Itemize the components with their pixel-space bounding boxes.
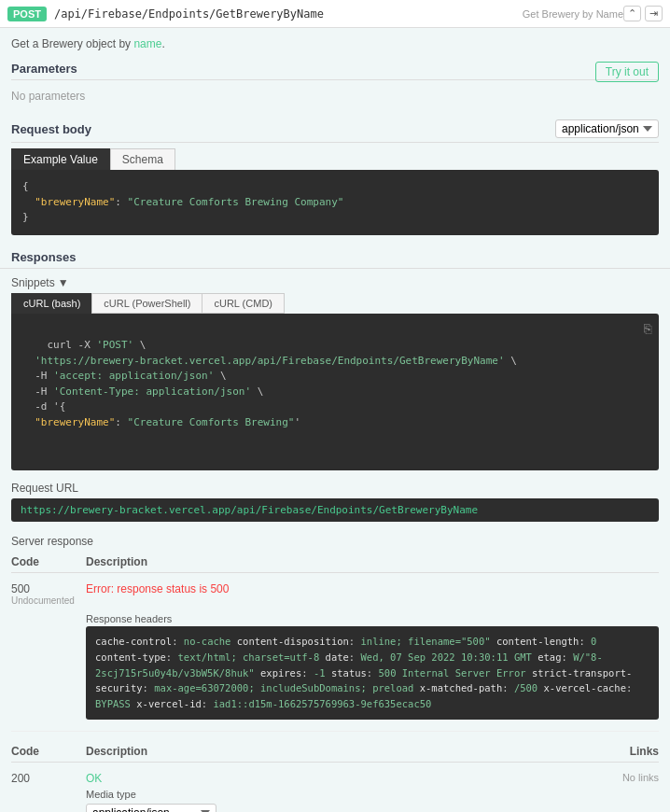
response-row-500-main: 500 Undocumented Error: response status … (11, 577, 659, 609)
expand-button[interactable]: ⇥ (645, 6, 663, 21)
snippets-section: Snippets ▼ cURL (bash) cURL (PowerShell)… (0, 273, 670, 477)
tab-curl-cmd[interactable]: cURL (CMD) (202, 293, 285, 314)
code-header: Code (11, 555, 86, 568)
resp-desc-header: Description (86, 745, 603, 758)
snippet-tabs: cURL (bash) cURL (PowerShell) cURL (CMD) (11, 293, 659, 314)
no-parameters-text: No parameters (11, 86, 659, 106)
top-bar: POST /api/Firebase/Endpoints/GetBreweryB… (0, 0, 670, 28)
response-headers-box: cache-control: no-cache content-disposit… (86, 626, 659, 720)
request-url-value: https://brewery-bracket.vercel.app/api/F… (11, 498, 659, 522)
media-type-label: Media type (86, 789, 659, 800)
copy-icon[interactable]: ⎘ (644, 319, 651, 339)
top-bar-actions: ⌃ ⇥ (623, 6, 663, 21)
description-text: Get a Brewery object by (11, 37, 133, 50)
response-row-500: 500 Undocumented Error: response status … (11, 573, 659, 732)
response-row-200: 200 OK No links Media type application/j… (11, 763, 659, 812)
server-response-label: Server response (0, 529, 670, 552)
request-body-code: { "breweryName": "Creature Comforts Brew… (11, 170, 659, 235)
resp-doc-header: Code Description Links (11, 741, 659, 763)
undocumented-label: Undocumented (11, 595, 86, 606)
request-body-header: Request body application/json (11, 114, 659, 143)
snippet-code-block: curl -X 'POST' \ 'https://brewery-bracke… (11, 314, 659, 471)
response-table: Code Description 500 Undocumented Error:… (0, 552, 670, 737)
tab-curl-bash[interactable]: cURL (bash) (11, 293, 92, 314)
responses-header: Responses (0, 243, 670, 269)
no-links-label: No links (603, 772, 659, 783)
parameters-title: Try it out Parameters (11, 56, 659, 80)
request-body-title: Request body (11, 122, 91, 136)
description-link[interactable]: name (133, 37, 161, 50)
tab-curl-powershell[interactable]: cURL (PowerShell) (91, 293, 202, 314)
response-table-header: Code Description (11, 552, 659, 573)
status-code-200: 200 (11, 772, 86, 785)
media-type-row: Media type application/json (86, 789, 659, 812)
snippets-toggle[interactable]: Snippets ▼ (11, 276, 69, 289)
status-code-500: 500 Undocumented (11, 582, 86, 606)
ok-message: OK (86, 772, 603, 785)
tab-schema[interactable]: Schema (110, 148, 175, 170)
endpoint-path: /api/Firebase/Endpoints/GetBreweryByName (54, 7, 513, 21)
method-badge: POST (7, 7, 47, 21)
description-header: Description (86, 555, 659, 568)
parameters-section: Try it out Parameters No parameters (0, 56, 670, 114)
request-body-section: Request body application/json Example Va… (0, 114, 670, 243)
response-headers-label: Response headers (86, 613, 659, 624)
content-type-select[interactable]: application/json (555, 119, 659, 138)
endpoint-description: Get Brewery by Name (523, 8, 623, 20)
request-url-label: Request URL (11, 482, 659, 495)
response-200-main: 200 OK No links (11, 766, 659, 789)
resp-links-header: Links (603, 745, 659, 758)
chevron-down-icon: ▼ (58, 276, 69, 289)
description-section: Get a Brewery object by name. (0, 28, 670, 56)
resp-code-header: Code (11, 745, 86, 758)
example-schema-tabbar: Example Value Schema (11, 148, 659, 170)
error-message: Error: response status is 500 (86, 582, 659, 595)
media-type-select[interactable]: application/json (86, 804, 216, 812)
request-url-section: Request URL https://brewery-bracket.verc… (0, 476, 670, 529)
collapse-button[interactable]: ⌃ (623, 6, 641, 21)
responses-documented-table: Code Description Links 200 OK No links M… (0, 737, 670, 812)
tab-example-value[interactable]: Example Value (11, 148, 110, 170)
try-it-out-button[interactable]: Try it out (595, 62, 659, 82)
